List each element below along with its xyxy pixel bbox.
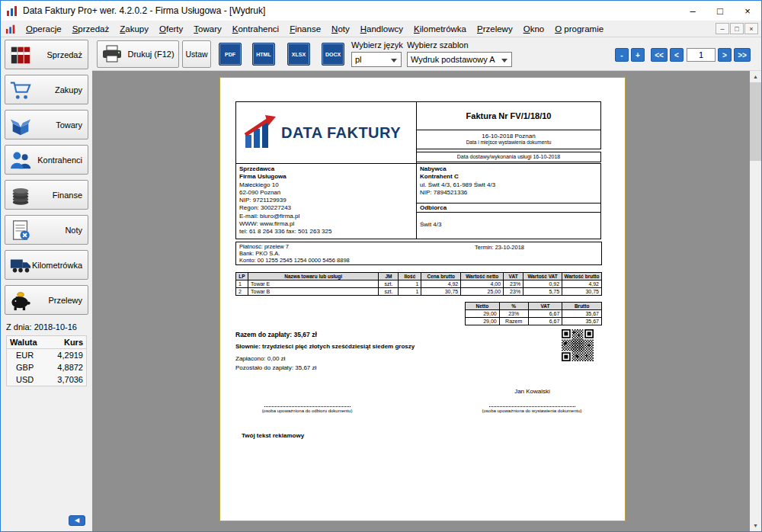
menu-noty[interactable]: Noty bbox=[326, 22, 355, 36]
payment-box: Płatność: przelew 7 Bank: PKO S.A. Konto… bbox=[235, 242, 602, 265]
currency-code: GBP bbox=[10, 363, 43, 372]
seller-line: Małeckiego 10 bbox=[239, 181, 413, 189]
col-vat-value: Wartość VAT bbox=[523, 273, 562, 280]
company-logo-icon bbox=[242, 112, 277, 153]
invoice-header: DATA FAKTURY Faktura Nr FV/1/18/10 16-10… bbox=[235, 101, 602, 164]
buyer-line: ul. Świt 4/3, 61-989 Świt 4/3 bbox=[420, 181, 597, 189]
seller-line: 62-090 Poznań bbox=[239, 189, 413, 197]
vertical-scrollbar[interactable]: ▲ ▼ bbox=[750, 71, 761, 531]
menu-okno[interactable]: Okno bbox=[518, 22, 550, 36]
vat-row: 29,00 23% 6,67 35,67 bbox=[466, 310, 602, 318]
buyer-box: Nabywca Kontrahent C ul. Świt 4/3, 61-98… bbox=[416, 163, 601, 204]
next-page-button[interactable]: > bbox=[718, 48, 732, 62]
menubar: Operacje Sprzedaż Zakupy Oferty Towary K… bbox=[1, 21, 761, 37]
piggy-bank-icon bbox=[9, 289, 32, 312]
issue-caption: Data i miejsce wystawienia dokumentu bbox=[417, 139, 600, 145]
sidebar-item-kilometrowka[interactable]: Kilometrówka bbox=[5, 250, 88, 280]
export-docx-button[interactable]: DOCX bbox=[322, 43, 344, 66]
menu-finanse[interactable]: Finanse bbox=[284, 22, 326, 36]
template-label: Wybierz szablon bbox=[407, 40, 469, 50]
sidebar-item-przelewy[interactable]: Przelewy bbox=[5, 285, 88, 315]
zoom-out-button[interactable]: - bbox=[615, 48, 629, 62]
col-lp: LP bbox=[236, 273, 248, 280]
mdi-close-icon[interactable]: × bbox=[744, 23, 758, 34]
sidebar-item-zakupy[interactable]: Zakupy bbox=[5, 75, 88, 104]
menu-zakupy[interactable]: Zakupy bbox=[114, 22, 154, 36]
minimize-icon[interactable]: – bbox=[679, 1, 706, 21]
scrollbar-thumb[interactable] bbox=[750, 82, 761, 161]
sidebar-item-finanse[interactable]: Finanse bbox=[5, 180, 88, 210]
currency-table-header: Waluta Kurs bbox=[7, 336, 86, 349]
sidebar: Sprzedaż Zakupy Towary bbox=[1, 37, 92, 531]
receiver-header: Odbiorca bbox=[417, 204, 600, 213]
zoom-in-button[interactable]: + bbox=[631, 48, 645, 62]
sidebar-item-noty[interactable]: Noty bbox=[5, 215, 88, 245]
package-box-icon bbox=[9, 114, 32, 136]
prev-page-button[interactable]: < bbox=[670, 48, 684, 62]
amount-paid: Zapłacono: 0,00 zł bbox=[235, 355, 602, 362]
menu-sprzedaz[interactable]: Sprzedaż bbox=[67, 22, 115, 36]
collapse-sidebar-button[interactable]: ◀ bbox=[69, 515, 85, 526]
menu-o-programie[interactable]: O programie bbox=[549, 22, 609, 36]
window-title: Data Faktury Pro+ wer. 4.2.0.2 - Firma U… bbox=[23, 5, 265, 16]
print-button-label: Drukuj (F12) bbox=[127, 50, 174, 59]
currency-code: EUR bbox=[10, 351, 43, 360]
sidebar-item-label: Noty bbox=[65, 226, 82, 235]
print-button[interactable]: Drukuj (F12) bbox=[97, 40, 179, 68]
buyer-name: Kontrahent C bbox=[420, 173, 597, 181]
menu-handlowcy[interactable]: Handlowcy bbox=[355, 22, 408, 36]
sidebar-item-towary[interactable]: Towary bbox=[5, 110, 88, 139]
company-logo-text: DATA FAKTURY bbox=[281, 124, 401, 142]
seller-name: Firma Usługowa bbox=[239, 173, 413, 181]
receiver-box: Odbiorca Świt 4/3 bbox=[416, 203, 601, 239]
seller-line: WWW: www.firma.pl bbox=[239, 220, 413, 228]
menu-przelewy[interactable]: Przelewy bbox=[472, 22, 518, 36]
vat-summary-table: Netto % VAT Brutto 29,00 23% 6,67 35,67 … bbox=[465, 302, 602, 325]
sidebar-item-sprzedaz[interactable]: Sprzedaż bbox=[5, 40, 88, 69]
setup-button[interactable]: Ustaw bbox=[182, 40, 211, 68]
sidebar-item-kontrahenci[interactable]: Kontrahenci bbox=[5, 145, 88, 175]
export-html-button[interactable]: HTML bbox=[252, 43, 275, 66]
truck-icon bbox=[9, 254, 32, 277]
seller-header: Sprzedawca bbox=[239, 165, 413, 173]
signature-caption-left: (osoba upoważniona do odbioru dokumentu) bbox=[231, 409, 383, 413]
sidebar-item-label: Przelewy bbox=[48, 296, 82, 305]
scroll-up-icon[interactable]: ▲ bbox=[750, 71, 761, 82]
col-name: Nazwa towaru lub usługi bbox=[248, 273, 378, 280]
menu-kilometrowka[interactable]: Kilometrówka bbox=[408, 22, 472, 36]
menu-oferty[interactable]: Oferty bbox=[154, 22, 188, 36]
currency-col-waluta: Waluta bbox=[10, 338, 43, 347]
invoice-issue-box: 16-10-2018 Poznań Data i miejsce wystawi… bbox=[416, 130, 601, 149]
chevron-down-icon bbox=[391, 59, 397, 62]
mdi-restore-icon[interactable]: □ bbox=[730, 23, 744, 34]
buyer-header: Nabywca bbox=[420, 165, 597, 173]
mdi-minimize-icon[interactable]: – bbox=[716, 23, 729, 34]
col-net-value: Wartość netto bbox=[461, 273, 504, 280]
maximize-icon[interactable]: □ bbox=[706, 1, 734, 21]
language-select[interactable]: pl bbox=[351, 52, 402, 67]
template-select[interactable]: Wydruk podstawowy A bbox=[407, 52, 512, 67]
signature-line-right bbox=[489, 406, 575, 407]
sidebar-item-label: Zakupy bbox=[55, 85, 82, 95]
payment-account: Konto: 00 1255 2545 1254 0000 5456 8898 bbox=[239, 258, 598, 264]
page-number-input[interactable] bbox=[687, 48, 716, 62]
export-xlsx-button[interactable]: XLSX bbox=[287, 43, 310, 66]
shopping-cart-icon bbox=[9, 79, 32, 101]
last-page-button[interactable]: >> bbox=[734, 48, 751, 62]
menu-kontrahenci[interactable]: Kontrahenci bbox=[227, 22, 284, 36]
item-row: 2 Towar B szt. 1 30,75 25,00 23% 5,75 30… bbox=[236, 288, 602, 296]
sidebar-item-label: Finanse bbox=[53, 191, 82, 200]
sidebar-item-label: Towary bbox=[56, 120, 82, 130]
menu-towary[interactable]: Towary bbox=[188, 22, 226, 36]
scroll-down-icon[interactable]: ▼ bbox=[750, 520, 761, 531]
exchange-rates-date: Z dnia: 2018-10-16 bbox=[6, 322, 87, 332]
close-icon[interactable]: × bbox=[734, 1, 761, 21]
note-document-icon bbox=[9, 219, 32, 242]
currency-row-gbp: GBP 4,8872 bbox=[7, 361, 86, 373]
language-label: Wybierz język bbox=[351, 40, 403, 50]
export-pdf-button[interactable]: PDF bbox=[219, 43, 242, 66]
mdi-window-controls: – □ × bbox=[716, 23, 758, 34]
menu-operacje[interactable]: Operacje bbox=[21, 22, 67, 36]
first-page-button[interactable]: << bbox=[651, 48, 668, 62]
template-value: Wydruk podstawowy A bbox=[411, 55, 495, 64]
